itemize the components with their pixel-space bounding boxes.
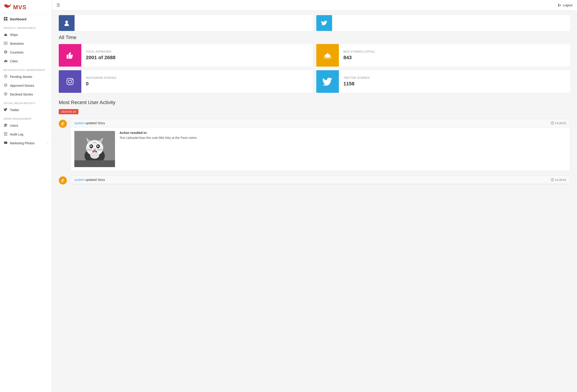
svg-line-17 <box>6 76 6 77</box>
action-resulted-label-1: Action resulted in: <box>119 131 197 134</box>
activity-date-badge: 2019-05-19 <box>59 109 78 114</box>
activity-image-1 <box>74 131 115 167</box>
hamburger-menu[interactable]: ☰ <box>56 3 60 8</box>
users-icon <box>4 123 8 128</box>
instagram-content: INSTAGRAM STORIES 0 <box>81 73 121 90</box>
sidebar-item-label-pending: Pending Stories <box>10 75 32 79</box>
sidebar-item-users[interactable]: Users <box>0 121 52 130</box>
cat-image-svg <box>74 131 115 167</box>
instagram-icon <box>66 77 74 86</box>
action-description-text-1: Test UploaderSaw this cute little kitty … <box>119 136 197 139</box>
logout-label: Logout <box>563 3 573 7</box>
activity-time-text-2: 14:28:01 <box>555 178 566 182</box>
activity-username-1: system <box>74 121 84 125</box>
edit-icon-2 <box>61 179 65 182</box>
instagram-label: INSTAGRAM STORIES <box>86 76 116 79</box>
cities-icon <box>4 59 8 63</box>
stat-card-twitter: TWITTER STORIES 1158 <box>316 70 570 93</box>
activity-description-1: Action resulted in: Test UploaderSaw thi… <box>119 131 197 167</box>
svg-point-58 <box>90 152 99 159</box>
svg-point-31 <box>65 21 68 23</box>
instagram-icon-box <box>59 70 81 93</box>
sidebar-item-declined-stories[interactable]: Declined Stories <box>0 90 52 99</box>
svg-line-39 <box>552 123 553 124</box>
svg-rect-14 <box>6 60 7 62</box>
sidebar-item-dashboard[interactable]: Dashboard <box>0 15 52 24</box>
svg-rect-13 <box>5 60 6 62</box>
sidebar-item-label-twitter: Twitter <box>10 108 19 112</box>
svg-rect-2 <box>4 19 5 21</box>
svg-point-22 <box>4 124 6 125</box>
partial-card-icon-right <box>321 20 327 26</box>
sidebar-item-cities[interactable]: Cities <box>0 57 52 65</box>
activity-card-1: system updated Story 14:28:01 <box>71 119 570 171</box>
twitter-icon-box <box>316 70 339 93</box>
partial-card-left <box>59 15 313 31</box>
topbar: ☰ Logout <box>52 0 577 11</box>
mvs-stories-value: 843 <box>343 55 375 61</box>
svg-rect-1 <box>6 17 7 19</box>
section-label-product: Product Management <box>0 24 52 30</box>
svg-point-23 <box>6 124 7 125</box>
sidebar-item-marketing-photos[interactable]: Marketing Photos ‹ <box>0 139 52 147</box>
activity-action-text-2: updated Story <box>85 178 105 182</box>
stats-grid: TOTAL APPROVED 2001 of 2688 MVS STORIES … <box>59 44 570 93</box>
sidebar-item-audit-log[interactable]: Audit Log <box>0 130 52 139</box>
sidebar-item-approved-stories[interactable]: Approved Stories <box>0 81 52 90</box>
activity-card-header-1: system updated Story 14:28:01 <box>71 119 570 127</box>
sidebar-item-twitter[interactable]: Twitter <box>0 105 52 114</box>
sidebar-item-countries[interactable]: Countries <box>0 48 52 57</box>
activity-card-header-2: system updated Story 14:28:01 <box>71 176 570 184</box>
svg-point-49 <box>90 145 92 147</box>
activity-dot-1 <box>59 120 67 128</box>
audit-log-icon <box>4 132 8 136</box>
activity-item-1: system updated Story 14:28:01 <box>59 119 570 171</box>
twitter-content: TWITTER STORIES 1158 <box>339 73 374 90</box>
activity-section: Most Recent User Activity 2019-05-19 sys… <box>59 99 570 185</box>
partial-card-icon-left <box>63 20 70 26</box>
sidebar-item-ships[interactable]: Ships <box>0 30 52 39</box>
countries-icon <box>4 50 8 54</box>
sidebar-item-label-ships: Ships <box>10 33 18 36</box>
approved-icon <box>4 83 8 88</box>
sidebar-item-pending-stories[interactable]: Pending Stories <box>0 72 52 81</box>
chevron-icon: ‹ <box>47 142 48 145</box>
top-stat-cards-partial <box>59 15 570 31</box>
section-label-mvs: MyVikingStory Management <box>0 65 52 72</box>
svg-point-34 <box>69 80 72 83</box>
pending-icon <box>4 74 8 79</box>
sidebar-item-label-countries: Countries <box>10 51 24 54</box>
sidebar-item-label-marketing: Marketing Photos <box>10 141 35 145</box>
sidebar-item-label-cities: Cities <box>10 59 18 63</box>
clock-icon-1 <box>551 122 554 125</box>
activity-user-action-1: system updated Story <box>74 121 105 125</box>
activity-user-action-2: system updated Story <box>74 178 105 182</box>
total-approved-value: 2001 of 2688 <box>86 55 115 61</box>
activity-action-text-1: updated Story <box>85 121 105 125</box>
sidebar-item-label-itineraries: Itineraries <box>10 42 24 45</box>
edit-icon-1 <box>61 122 65 126</box>
activity-card-2: system updated Story 14:28:01 <box>71 175 570 184</box>
sidebar-item-label-approved: Approved Stories <box>10 84 34 87</box>
mvs-stories-icon-box <box>316 44 339 66</box>
twitter-stories-value: 1158 <box>343 81 370 87</box>
svg-point-51 <box>94 149 96 150</box>
declined-icon <box>4 92 8 97</box>
twitter-stat-icon <box>323 77 332 86</box>
sidebar-item-label-declined: Declined Stories <box>10 93 33 96</box>
section-label-admin: Admin Management <box>0 114 52 121</box>
svg-rect-12 <box>4 61 5 62</box>
clock-icon-2 <box>551 178 554 181</box>
activity-dot-2 <box>59 176 67 185</box>
content-area: All Time TOTAL APPROVED 2001 of 2688 <box>52 11 577 392</box>
topbar-left: ☰ <box>56 3 60 8</box>
twitter-nav-icon <box>4 108 8 112</box>
sidebar-logo: MVS <box>0 0 52 15</box>
activity-username-2: system <box>74 178 84 182</box>
svg-rect-32 <box>327 57 328 58</box>
sidebar-item-itineraries[interactable]: Itineraries <box>0 39 52 48</box>
total-approved-icon-box <box>59 44 81 66</box>
partial-icon-left <box>59 15 74 31</box>
section-label-social: Social Media Imports <box>0 99 52 105</box>
logout-button[interactable]: Logout <box>558 3 573 7</box>
